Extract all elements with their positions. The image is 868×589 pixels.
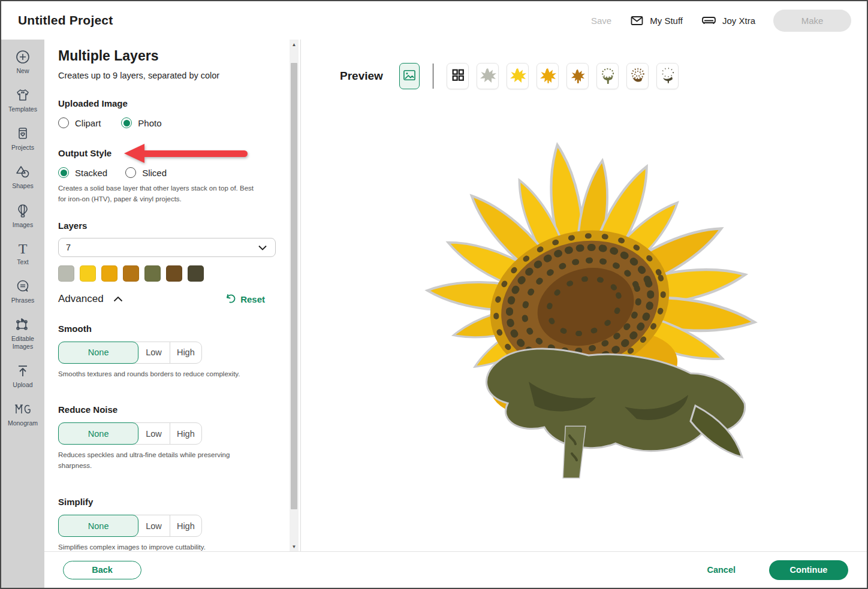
layer-swatch-1[interactable] <box>58 265 74 282</box>
make-button[interactable]: Make <box>773 10 851 32</box>
radio-circle-icon <box>58 167 69 178</box>
project-title[interactable]: Untitled Project <box>18 13 113 28</box>
machine-selector[interactable]: Joy Xtra <box>701 14 755 27</box>
photo-radio[interactable]: Photo <box>121 117 161 128</box>
output-style-label: Output Style <box>58 148 111 158</box>
simplify-high-button[interactable]: High <box>170 515 201 536</box>
layer-7-speckle-icon <box>659 68 676 84</box>
simplify-section: Simplify None Low High Simplifies comple… <box>58 497 276 551</box>
back-button[interactable]: Back <box>63 561 141 579</box>
simplify-segmented-control: None Low High <box>58 515 202 537</box>
smooth-section: Smooth None Low High Smooths textures an… <box>58 324 276 380</box>
smooth-label: Smooth <box>58 324 92 334</box>
toolbar-divider <box>433 64 434 89</box>
sliced-radio[interactable]: Sliced <box>125 167 167 178</box>
clipart-radio[interactable]: Clipart <box>58 117 101 128</box>
layer-thumbnail-1[interactable] <box>477 63 499 89</box>
preview-image-button[interactable] <box>399 63 420 89</box>
plus-circle-icon <box>15 49 31 65</box>
uploaded-image-label: Uploaded Image <box>58 98 128 108</box>
shapes-icon <box>15 164 31 180</box>
topbar-actions: Save My Stuff Joy Xtra Make <box>591 10 851 32</box>
smooth-high-button[interactable]: High <box>170 342 201 363</box>
simplify-low-button[interactable]: Low <box>138 515 170 536</box>
layer-2-yellow-icon <box>510 68 526 84</box>
layer-thumbnail-7[interactable] <box>656 63 679 89</box>
sidebar-item-images[interactable]: Images <box>2 203 44 229</box>
panel-scrollbar[interactable]: ▲ ▼ <box>290 40 299 551</box>
cancel-button[interactable]: Cancel <box>707 565 736 575</box>
grid-icon <box>451 68 465 84</box>
sidebar: New Templates Projects Shapes Images T T… <box>1 40 44 588</box>
upload-icon <box>15 363 31 379</box>
project-card-icon <box>15 126 31 141</box>
panel-subtitle: Creates up to 9 layers, separated by col… <box>58 71 276 80</box>
layer-swatch-3[interactable] <box>101 265 117 282</box>
reduce-noise-high-button[interactable]: High <box>170 423 201 444</box>
balloon-icon <box>15 203 31 219</box>
stacked-radio[interactable]: Stacked <box>58 167 107 178</box>
design-space-window: Untitled Project Save My Stuff Joy Xtra <box>0 0 868 589</box>
layer-1-gray-icon <box>480 68 496 84</box>
reduce-noise-description: Reduces speckles and ultra-fine details … <box>58 450 262 472</box>
layer-swatch-7[interactable] <box>188 265 204 282</box>
bottom-bar: Back Cancel Continue <box>44 551 867 588</box>
speech-bubble-icon <box>15 279 31 294</box>
layer-5-olive-icon <box>599 68 616 84</box>
text-icon: T <box>19 241 28 256</box>
radio-circle-icon <box>58 117 69 128</box>
layer-swatch-2[interactable] <box>80 265 96 282</box>
layers-count-dropdown[interactable]: 7 <box>58 238 276 257</box>
reduce-noise-none-button[interactable]: None <box>58 422 138 445</box>
layer-thumbnail-2[interactable] <box>507 63 529 89</box>
scroll-down-arrow[interactable]: ▼ <box>290 542 299 551</box>
layer-swatch-6[interactable] <box>166 265 182 282</box>
chevron-down-icon <box>258 243 267 252</box>
simplify-label: Simplify <box>58 497 93 507</box>
layer-swatch-5[interactable] <box>144 265 161 282</box>
panel-title: Multiple Layers <box>58 48 276 64</box>
machine-label: Joy Xtra <box>722 16 755 26</box>
reduce-noise-low-button[interactable]: Low <box>138 423 170 444</box>
layer-thumbnail-3[interactable] <box>537 63 559 89</box>
sidebar-item-upload[interactable]: Upload <box>2 363 44 389</box>
simplify-none-button[interactable]: None <box>58 515 138 537</box>
layer-thumbnail-6[interactable] <box>626 63 649 89</box>
sidebar-item-monogram[interactable]: Monogram <box>2 401 44 427</box>
output-style-section: Output Style Stacked Sliced <box>58 148 276 205</box>
preview-label: Preview <box>340 70 383 83</box>
continue-button[interactable]: Continue <box>769 560 848 580</box>
sidebar-item-templates[interactable]: Templates <box>2 87 44 113</box>
reduce-noise-segmented-control: None Low High <box>58 422 202 445</box>
sidebar-item-text[interactable]: T Text <box>2 241 44 266</box>
layer-6-dark-brown-icon <box>629 68 646 84</box>
reset-button[interactable]: Reset <box>225 293 265 306</box>
all-layers-button[interactable] <box>447 63 469 89</box>
layer-thumbnail-4[interactable] <box>566 63 589 89</box>
red-annotation-arrow <box>124 144 248 163</box>
radio-circle-icon <box>121 117 132 128</box>
advanced-toggle[interactable]: Advanced <box>58 293 123 305</box>
undo-icon <box>225 293 236 306</box>
sidebar-item-shapes[interactable]: Shapes <box>2 164 44 190</box>
layers-label: Layers <box>58 221 276 231</box>
editable-image-icon <box>14 317 31 333</box>
save-button[interactable]: Save <box>591 16 611 26</box>
scrollbar-thumb[interactable] <box>291 63 297 509</box>
sidebar-item-projects[interactable]: Projects <box>2 126 44 152</box>
scroll-up-arrow[interactable]: ▲ <box>290 40 299 49</box>
top-bar: Untitled Project Save My Stuff Joy Xtra <box>1 1 867 40</box>
smooth-low-button[interactable]: Low <box>138 342 170 363</box>
layer-4-brown-icon <box>569 68 586 84</box>
tshirt-icon <box>15 87 31 103</box>
layer-thumbnail-5[interactable] <box>596 63 619 89</box>
sidebar-item-new[interactable]: New <box>2 49 44 75</box>
sidebar-item-editable-images[interactable]: Editable Images <box>2 317 44 351</box>
sidebar-item-phrases[interactable]: Phrases <box>2 279 44 304</box>
preview-pane: Preview <box>301 40 867 551</box>
smooth-none-button[interactable]: None <box>58 342 138 364</box>
layer-color-swatches <box>58 265 276 282</box>
layer-swatch-4[interactable] <box>123 265 139 282</box>
my-stuff-button[interactable]: My Stuff <box>629 14 683 27</box>
simplify-description: Simplifies complex images to improve cut… <box>58 542 262 551</box>
